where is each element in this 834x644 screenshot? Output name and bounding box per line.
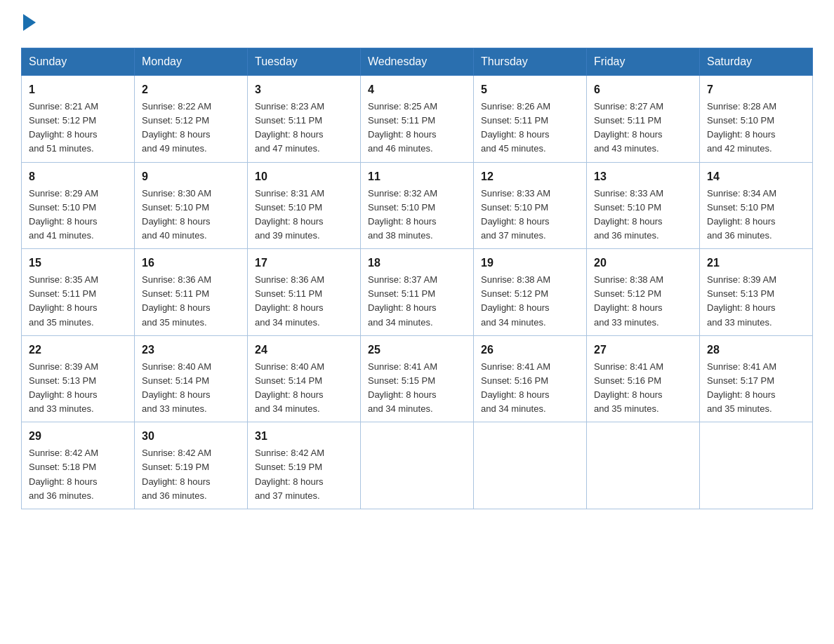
day-number: 12 bbox=[481, 168, 579, 185]
day-number: 27 bbox=[594, 342, 692, 358]
calendar-cell: 3Sunrise: 8:23 AMSunset: 5:11 PMDaylight… bbox=[248, 76, 361, 163]
calendar-table: SundayMondayTuesdayWednesdayThursdayFrid… bbox=[21, 48, 813, 509]
logo bbox=[21, 14, 36, 34]
column-header-saturday: Saturday bbox=[700, 48, 813, 76]
day-info: Sunrise: 8:27 AMSunset: 5:11 PMDaylight:… bbox=[594, 100, 692, 156]
column-header-tuesday: Tuesday bbox=[248, 48, 361, 76]
calendar-cell: 1Sunrise: 8:21 AMSunset: 5:12 PMDaylight… bbox=[22, 76, 135, 163]
day-number: 26 bbox=[481, 342, 579, 358]
calendar-cell: 24Sunrise: 8:40 AMSunset: 5:14 PMDayligh… bbox=[248, 335, 361, 422]
calendar-cell bbox=[700, 422, 813, 509]
day-info: Sunrise: 8:38 AMSunset: 5:12 PMDaylight:… bbox=[594, 273, 692, 330]
day-info: Sunrise: 8:42 AMSunset: 5:19 PMDaylight:… bbox=[255, 446, 353, 503]
calendar-cell bbox=[474, 422, 587, 509]
day-number: 17 bbox=[255, 255, 353, 271]
calendar-cell: 15Sunrise: 8:35 AMSunset: 5:11 PMDayligh… bbox=[22, 249, 135, 336]
day-number: 23 bbox=[142, 342, 240, 358]
day-number: 8 bbox=[29, 168, 127, 185]
calendar-week-row: 8Sunrise: 8:29 AMSunset: 5:10 PMDaylight… bbox=[22, 162, 813, 249]
day-number: 11 bbox=[368, 168, 466, 185]
day-number: 19 bbox=[481, 255, 579, 271]
calendar-week-row: 15Sunrise: 8:35 AMSunset: 5:11 PMDayligh… bbox=[22, 249, 813, 336]
day-info: Sunrise: 8:39 AMSunset: 5:13 PMDaylight:… bbox=[707, 273, 805, 330]
day-info: Sunrise: 8:28 AMSunset: 5:10 PMDaylight:… bbox=[707, 100, 805, 156]
calendar-cell: 23Sunrise: 8:40 AMSunset: 5:14 PMDayligh… bbox=[135, 335, 248, 422]
calendar-cell: 21Sunrise: 8:39 AMSunset: 5:13 PMDayligh… bbox=[700, 249, 813, 336]
calendar-cell: 13Sunrise: 8:33 AMSunset: 5:10 PMDayligh… bbox=[587, 162, 700, 249]
calendar-cell: 6Sunrise: 8:27 AMSunset: 5:11 PMDaylight… bbox=[587, 76, 700, 163]
calendar-cell bbox=[361, 422, 474, 509]
calendar-cell bbox=[587, 422, 700, 509]
day-info: Sunrise: 8:26 AMSunset: 5:11 PMDaylight:… bbox=[481, 100, 579, 156]
day-number: 28 bbox=[707, 342, 805, 358]
day-number: 7 bbox=[707, 81, 805, 98]
calendar-cell: 2Sunrise: 8:22 AMSunset: 5:12 PMDaylight… bbox=[135, 76, 248, 163]
calendar-week-row: 22Sunrise: 8:39 AMSunset: 5:13 PMDayligh… bbox=[22, 335, 813, 422]
day-number: 2 bbox=[142, 81, 240, 98]
day-info: Sunrise: 8:34 AMSunset: 5:10 PMDaylight:… bbox=[707, 187, 805, 243]
day-info: Sunrise: 8:23 AMSunset: 5:11 PMDaylight:… bbox=[255, 100, 353, 156]
calendar-cell: 26Sunrise: 8:41 AMSunset: 5:16 PMDayligh… bbox=[474, 335, 587, 422]
day-info: Sunrise: 8:41 AMSunset: 5:16 PMDaylight:… bbox=[594, 360, 692, 417]
calendar-cell: 31Sunrise: 8:42 AMSunset: 5:19 PMDayligh… bbox=[248, 422, 361, 509]
day-number: 21 bbox=[707, 255, 805, 271]
column-header-sunday: Sunday bbox=[22, 48, 135, 76]
day-info: Sunrise: 8:33 AMSunset: 5:10 PMDaylight:… bbox=[481, 187, 579, 243]
day-info: Sunrise: 8:41 AMSunset: 5:17 PMDaylight:… bbox=[707, 360, 805, 417]
day-info: Sunrise: 8:41 AMSunset: 5:16 PMDaylight:… bbox=[481, 360, 579, 417]
day-number: 13 bbox=[594, 168, 692, 185]
day-number: 15 bbox=[29, 255, 127, 271]
day-info: Sunrise: 8:22 AMSunset: 5:12 PMDaylight:… bbox=[142, 100, 240, 156]
calendar-week-row: 29Sunrise: 8:42 AMSunset: 5:18 PMDayligh… bbox=[22, 422, 813, 509]
day-number: 31 bbox=[255, 428, 353, 445]
day-number: 4 bbox=[368, 81, 466, 98]
day-number: 10 bbox=[255, 168, 353, 185]
calendar-cell: 14Sunrise: 8:34 AMSunset: 5:10 PMDayligh… bbox=[700, 162, 813, 249]
day-info: Sunrise: 8:40 AMSunset: 5:14 PMDaylight:… bbox=[255, 360, 353, 417]
calendar-cell: 18Sunrise: 8:37 AMSunset: 5:11 PMDayligh… bbox=[361, 249, 474, 336]
day-info: Sunrise: 8:21 AMSunset: 5:12 PMDaylight:… bbox=[29, 100, 127, 156]
day-info: Sunrise: 8:36 AMSunset: 5:11 PMDaylight:… bbox=[255, 273, 353, 330]
calendar-cell: 5Sunrise: 8:26 AMSunset: 5:11 PMDaylight… bbox=[474, 76, 587, 163]
column-header-friday: Friday bbox=[587, 48, 700, 76]
calendar-cell: 8Sunrise: 8:29 AMSunset: 5:10 PMDaylight… bbox=[22, 162, 135, 249]
day-info: Sunrise: 8:41 AMSunset: 5:15 PMDaylight:… bbox=[368, 360, 466, 417]
calendar-cell: 9Sunrise: 8:30 AMSunset: 5:10 PMDaylight… bbox=[135, 162, 248, 249]
calendar-cell: 10Sunrise: 8:31 AMSunset: 5:10 PMDayligh… bbox=[248, 162, 361, 249]
day-info: Sunrise: 8:39 AMSunset: 5:13 PMDaylight:… bbox=[29, 360, 127, 417]
calendar-cell: 12Sunrise: 8:33 AMSunset: 5:10 PMDayligh… bbox=[474, 162, 587, 249]
calendar-cell: 30Sunrise: 8:42 AMSunset: 5:19 PMDayligh… bbox=[135, 422, 248, 509]
calendar-cell: 22Sunrise: 8:39 AMSunset: 5:13 PMDayligh… bbox=[22, 335, 135, 422]
calendar-cell: 4Sunrise: 8:25 AMSunset: 5:11 PMDaylight… bbox=[361, 76, 474, 163]
day-info: Sunrise: 8:33 AMSunset: 5:10 PMDaylight:… bbox=[594, 187, 692, 243]
day-number: 18 bbox=[368, 255, 466, 271]
day-info: Sunrise: 8:42 AMSunset: 5:19 PMDaylight:… bbox=[142, 446, 240, 503]
calendar-cell: 7Sunrise: 8:28 AMSunset: 5:10 PMDaylight… bbox=[700, 76, 813, 163]
calendar-week-row: 1Sunrise: 8:21 AMSunset: 5:12 PMDaylight… bbox=[22, 76, 813, 163]
calendar-cell: 28Sunrise: 8:41 AMSunset: 5:17 PMDayligh… bbox=[700, 335, 813, 422]
day-number: 14 bbox=[707, 168, 805, 185]
day-info: Sunrise: 8:40 AMSunset: 5:14 PMDaylight:… bbox=[142, 360, 240, 417]
day-number: 16 bbox=[142, 255, 240, 271]
logo-arrow-icon bbox=[23, 14, 36, 31]
day-number: 30 bbox=[142, 428, 240, 445]
day-number: 29 bbox=[29, 428, 127, 445]
calendar-header-row: SundayMondayTuesdayWednesdayThursdayFrid… bbox=[22, 48, 813, 76]
day-info: Sunrise: 8:32 AMSunset: 5:10 PMDaylight:… bbox=[368, 187, 466, 243]
column-header-thursday: Thursday bbox=[474, 48, 587, 76]
column-header-wednesday: Wednesday bbox=[361, 48, 474, 76]
day-number: 25 bbox=[368, 342, 466, 358]
day-number: 22 bbox=[29, 342, 127, 358]
day-number: 20 bbox=[594, 255, 692, 271]
day-info: Sunrise: 8:42 AMSunset: 5:18 PMDaylight:… bbox=[29, 446, 127, 503]
calendar-cell: 29Sunrise: 8:42 AMSunset: 5:18 PMDayligh… bbox=[22, 422, 135, 509]
day-number: 1 bbox=[29, 81, 127, 98]
day-info: Sunrise: 8:37 AMSunset: 5:11 PMDaylight:… bbox=[368, 273, 466, 330]
calendar-cell: 27Sunrise: 8:41 AMSunset: 5:16 PMDayligh… bbox=[587, 335, 700, 422]
calendar-cell: 16Sunrise: 8:36 AMSunset: 5:11 PMDayligh… bbox=[135, 249, 248, 336]
calendar-cell: 11Sunrise: 8:32 AMSunset: 5:10 PMDayligh… bbox=[361, 162, 474, 249]
calendar-cell: 17Sunrise: 8:36 AMSunset: 5:11 PMDayligh… bbox=[248, 249, 361, 336]
day-number: 5 bbox=[481, 81, 579, 98]
day-info: Sunrise: 8:36 AMSunset: 5:11 PMDaylight:… bbox=[142, 273, 240, 330]
day-number: 9 bbox=[142, 168, 240, 185]
